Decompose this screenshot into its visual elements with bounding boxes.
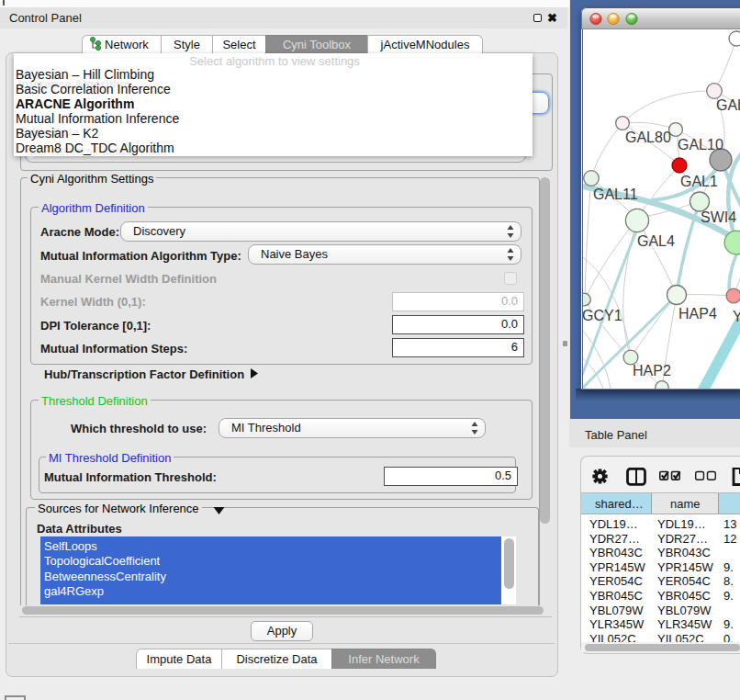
svg-text:HAP2: HAP2 <box>633 363 671 378</box>
svg-text:GAL4: GAL4 <box>637 233 675 249</box>
svg-text:GAL80: GAL80 <box>625 130 671 145</box>
svg-text:SWI4: SWI4 <box>701 209 736 225</box>
svg-text:GAL11: GAL11 <box>593 186 638 202</box>
svg-text:HAP4: HAP4 <box>678 306 717 322</box>
svg-text:GAL1: GAL1 <box>680 174 718 189</box>
svg-text:GAL: GAL <box>716 97 740 113</box>
svg-text:GCY1: GCY1 <box>582 308 622 323</box>
svg-text:Y: Y <box>733 309 740 324</box>
svg-text:GAL10: GAL10 <box>678 137 723 152</box>
